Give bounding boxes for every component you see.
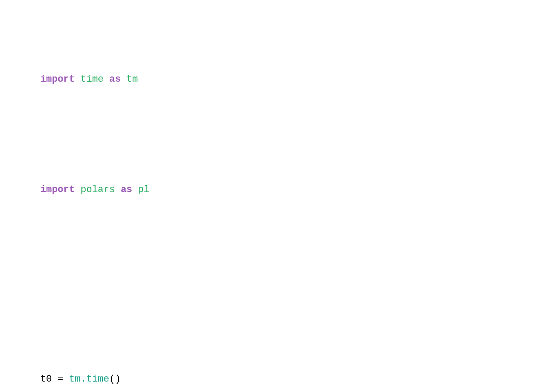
fn-time: tm.time bbox=[69, 374, 109, 385]
keyword-as-2: as bbox=[121, 184, 132, 195]
keyword-as-1: as bbox=[109, 74, 120, 85]
module-time: time bbox=[80, 74, 103, 85]
line-import-polars: import polars as pl bbox=[17, 166, 530, 214]
keyword-import-2: import bbox=[40, 184, 75, 195]
alias-tm: tm bbox=[127, 74, 138, 85]
module-polars: polars bbox=[80, 184, 115, 195]
line-import-time: import time as tm bbox=[17, 56, 530, 103]
code-editor: import time as tm import polars as pl t0… bbox=[17, 9, 530, 392]
alias-pl: pl bbox=[138, 184, 149, 195]
var-t0: t0 = bbox=[40, 374, 69, 385]
line-t0: t0 = tm.time() bbox=[17, 356, 530, 392]
line-blank-1 bbox=[17, 277, 530, 292]
keyword-import: import bbox=[40, 74, 75, 85]
